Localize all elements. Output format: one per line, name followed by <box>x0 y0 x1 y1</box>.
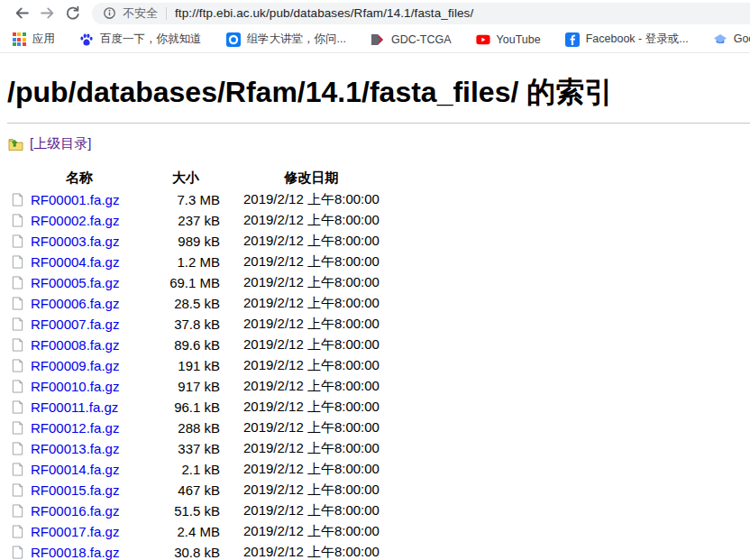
forward-icon[interactable] <box>34 3 59 24</box>
table-header-row: 名称 大小 修改日期 <box>7 168 380 189</box>
file-size: 7.3 MB <box>151 189 220 210</box>
bookmark-item[interactable]: GDC-TCGA <box>370 32 452 47</box>
file-modified: 2019/2/12 上午8:00:00 <box>220 272 380 293</box>
file-size: 30.8 kB <box>151 542 220 560</box>
youtube-icon <box>476 32 490 47</box>
table-row: RF00014.fa.gz 2.1 kB 2019/2/12 上午8:00:00 <box>7 459 380 480</box>
file-modified: 2019/2/12 上午8:00:00 <box>220 210 380 231</box>
parent-directory-row: [上级目录] <box>8 135 750 152</box>
info-icon[interactable] <box>103 6 116 20</box>
folder-up-icon <box>8 137 23 151</box>
file-modified: 2019/2/12 上午8:00:00 <box>220 335 380 355</box>
file-icon <box>11 338 24 352</box>
bookmark-item[interactable]: 百度一下，你就知道 <box>79 32 202 47</box>
file-icon <box>11 317 24 331</box>
apps-grid-icon <box>12 32 26 47</box>
table-row: RF00002.fa.gz 237 kB 2019/2/12 上午8:00:00 <box>7 210 380 231</box>
file-icon <box>11 483 24 497</box>
file-link[interactable]: RF00005.fa.gz <box>31 275 119 290</box>
table-row: RF00009.fa.gz 191 kB 2019/2/12 上午8:00:00 <box>7 355 380 376</box>
file-modified: 2019/2/12 上午8:00:00 <box>220 438 380 459</box>
file-link[interactable]: RF00016.fa.gz <box>31 503 119 519</box>
file-size: 917 kB <box>151 376 220 397</box>
file-modified: 2019/2/12 上午8:00:00 <box>220 480 380 500</box>
file-modified: 2019/2/12 上午8:00:00 <box>220 521 380 542</box>
bookmark-label: 百度一下，你就知道 <box>100 32 202 47</box>
file-link[interactable]: RF00010.fa.gz <box>31 379 119 394</box>
column-header-modified: 修改日期 <box>220 168 380 189</box>
file-size: 1.2 MB <box>151 252 220 272</box>
file-icon <box>11 546 24 559</box>
security-label: 不安全 <box>123 5 158 22</box>
omnibox-divider <box>166 7 167 20</box>
baidu-paw-icon <box>79 32 94 47</box>
file-icon <box>11 297 24 310</box>
table-row: RF00008.fa.gz 89.6 kB 2019/2/12 上午8:00:0… <box>7 335 380 355</box>
table-row: RF00016.fa.gz 51.5 kB 2019/2/12 上午8:00:0… <box>7 500 380 521</box>
file-icon <box>11 463 24 476</box>
file-size: 989 kB <box>151 231 220 252</box>
browser-toolbar: 不安全 ftp://ftp.ebi.ac.uk/pub/databases/Rf… <box>0 0 750 26</box>
file-link[interactable]: RF00008.fa.gz <box>31 337 119 353</box>
table-row: RF00006.fa.gz 28.5 kB 2019/2/12 上午8:00:0… <box>7 293 380 314</box>
file-size: 69.1 MB <box>151 272 220 293</box>
file-modified: 2019/2/12 上午8:00:00 <box>220 376 380 397</box>
file-link[interactable]: RF00017.fa.gz <box>31 524 119 539</box>
table-row: RF00017.fa.gz 2.4 MB 2019/2/12 上午8:00:00 <box>7 521 380 542</box>
file-modified: 2019/2/12 上午8:00:00 <box>220 355 380 376</box>
address-bar[interactable]: 不安全 ftp://ftp.ebi.ac.uk/pub/databases/Rf… <box>92 3 750 24</box>
facebook-icon <box>565 32 580 47</box>
file-icon <box>11 234 24 248</box>
bookmark-label: 应用 <box>32 32 55 47</box>
bookmark-item[interactable]: Google 学术搜 <box>713 32 750 47</box>
column-header-size: 大小 <box>151 168 220 189</box>
file-link[interactable]: RF00007.fa.gz <box>31 317 119 332</box>
parent-directory-link[interactable]: [上级目录] <box>30 135 91 152</box>
file-link[interactable]: RF00012.fa.gz <box>31 420 119 436</box>
file-size: 288 kB <box>151 418 220 438</box>
file-link[interactable]: RF00004.fa.gz <box>31 254 119 270</box>
back-icon[interactable] <box>9 3 34 24</box>
bookmark-item[interactable]: 应用 <box>12 32 55 47</box>
ftp-listing-page: /pub/databases/Rfam/14.1/fasta_files/ 的索… <box>0 73 750 560</box>
file-icon <box>11 255 24 269</box>
file-modified: 2019/2/12 上午8:00:00 <box>220 252 380 272</box>
bookmark-item[interactable]: Facebook - 登录或... <box>565 32 689 47</box>
file-size: 89.6 kB <box>151 335 220 355</box>
file-link[interactable]: RF00003.fa.gz <box>31 234 119 249</box>
bookmark-item[interactable]: 组学大讲堂，你问... <box>226 32 346 47</box>
file-link[interactable]: RF00013.fa.gz <box>31 441 119 456</box>
file-icon <box>11 525 24 538</box>
file-icon <box>11 359 24 372</box>
table-row: RF00018.fa.gz 30.8 kB 2019/2/12 上午8:00:0… <box>7 542 380 560</box>
file-icon <box>11 193 24 207</box>
table-row: RF00001.fa.gz 7.3 MB 2019/2/12 上午8:00:00 <box>7 189 380 210</box>
table-row: RF00007.fa.gz 37.8 kB 2019/2/12 上午8:00:0… <box>7 314 380 335</box>
file-link[interactable]: RF00006.fa.gz <box>31 296 119 311</box>
file-link[interactable]: RF00001.fa.gz <box>31 192 119 207</box>
bookmark-label: Facebook - 登录或... <box>586 32 689 47</box>
file-link[interactable]: RF00009.fa.gz <box>31 358 119 373</box>
file-size: 2.1 kB <box>151 459 220 480</box>
table-row: RF00012.fa.gz 288 kB 2019/2/12 上午8:00:00 <box>7 418 380 438</box>
file-icon <box>11 276 24 289</box>
file-link[interactable]: RF00002.fa.gz <box>31 213 119 228</box>
file-icon <box>11 504 24 518</box>
reload-icon[interactable] <box>59 3 85 24</box>
file-link[interactable]: RF00011.fa.gz <box>31 399 118 415</box>
bookmark-item[interactable]: YouTube <box>476 32 541 47</box>
table-row: RF00003.fa.gz 989 kB 2019/2/12 上午8:00:00 <box>7 231 380 252</box>
gdc-tcga-icon <box>370 32 385 47</box>
file-link[interactable]: RF00014.fa.gz <box>31 462 119 477</box>
table-row: RF00005.fa.gz 69.1 MB 2019/2/12 上午8:00:0… <box>7 272 380 293</box>
google-scholar-icon <box>713 32 727 47</box>
file-size: 237 kB <box>151 210 220 231</box>
bookmark-label: Google 学术搜 <box>734 32 750 47</box>
file-link[interactable]: RF00015.fa.gz <box>31 482 119 498</box>
file-link[interactable]: RF00018.fa.gz <box>31 545 119 560</box>
bookmark-label: YouTube <box>497 33 541 46</box>
file-icon <box>11 421 24 435</box>
file-size: 28.5 kB <box>151 293 220 314</box>
file-size: 2.4 MB <box>151 521 220 542</box>
url-text[interactable]: ftp://ftp.ebi.ac.uk/pub/databases/Rfam/1… <box>175 6 473 20</box>
